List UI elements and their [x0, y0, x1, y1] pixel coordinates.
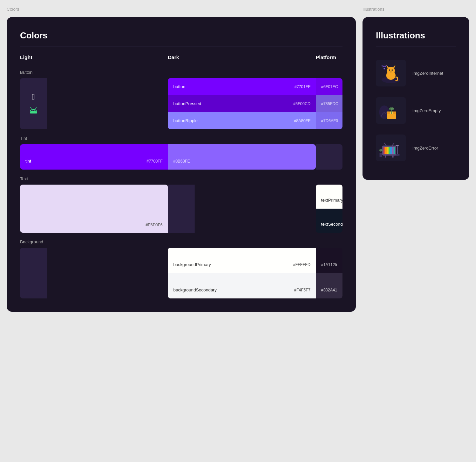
svg-rect-30 — [394, 147, 395, 154]
bgsecondary-light-cell: backgroundSecondary #F4F5F7 — [168, 273, 316, 298]
textprimary-light-name: textPrimary — [321, 198, 342, 203]
bgsecondary-dark-hex: #332A41 — [321, 288, 337, 292]
buttonripple-light-name: buttonRipple — [173, 118, 198, 123]
button-light-hex: #7701FF — [294, 84, 310, 89]
textprimary-light-cell: textPrimary #FFFFFC — [316, 185, 342, 209]
svg-rect-29 — [392, 147, 394, 154]
svg-marker-11 — [393, 65, 396, 68]
illustrations-section-label: Illustrations — [363, 7, 469, 12]
illus-name-error: imgZeroError — [413, 146, 438, 151]
svg-line-2 — [30, 107, 31, 108]
col-header-platform: Platform — [316, 54, 342, 63]
button-light-cell: button #7701FF — [168, 78, 316, 95]
button-color-grid: button #7701FF #6F01EC  — [20, 78, 342, 129]
svg-rect-32 — [392, 156, 394, 158]
svg-point-9 — [387, 67, 395, 75]
tint-light-cell: tint #7700FF — [20, 144, 168, 170]
button-section-label: Button — [20, 70, 342, 75]
column-headers: Light Dark Platform — [20, 54, 342, 63]
illus-item-empty: imgZeroEmpty — [376, 92, 456, 129]
text-color-grid: textPrimary #FFFFFC #E6D9F6 textSecondar… — [20, 185, 342, 233]
button-dark-hex: #6F01EC — [321, 84, 338, 89]
svg-rect-25 — [385, 147, 387, 154]
textprimary-dark-hex: #E6D9F6 — [146, 223, 163, 227]
illus-thumb-internet — [376, 60, 406, 86]
svg-rect-27 — [389, 147, 390, 154]
apple-icon:  — [32, 93, 35, 101]
tint-section-label: Tint — [20, 136, 342, 141]
colors-title: Colors — [20, 30, 342, 41]
tint-dark-cell: #8B63FE — [168, 144, 316, 170]
svg-point-12 — [389, 69, 390, 71]
buttonripple-light-hex: #8A80FF — [294, 119, 310, 123]
button-platform-row1:  — [20, 78, 47, 129]
illus-item-error: imgZeroError — [376, 129, 456, 167]
svg-rect-35 — [380, 153, 382, 157]
bgsecondary-dark-cell: #332A41 — [316, 273, 342, 298]
bgsecondary-light-name: backgroundSecondary — [173, 287, 217, 292]
svg-point-13 — [392, 69, 393, 71]
buttonpressed-light-name: buttonPressed — [173, 101, 201, 106]
illus-thumb-empty — [376, 97, 406, 124]
android-icon — [29, 107, 37, 114]
tint-color-grid: tint #7700FF #8B63FE — [20, 144, 342, 170]
buttonripple-light-cell: buttonRipple #8A80FF — [168, 112, 316, 129]
bgprimary-dark-hex: #1A1125 — [321, 262, 337, 267]
bgprimary-dark-cell: #1A1125 — [316, 248, 342, 273]
illus-item-internet: imgZeroInternet — [376, 54, 456, 92]
svg-rect-31 — [385, 156, 386, 158]
tint-light-hex: #7700FF — [147, 159, 163, 164]
bgsecondary-light-hex: #F4F5F7 — [294, 288, 310, 292]
buttonpressed-light-cell: buttonPressed #5F00CD — [168, 95, 316, 112]
svg-point-0 — [32, 110, 32, 110]
button-light-name: button — [173, 84, 185, 89]
bgprimary-light-hex: #FFFFFD — [293, 262, 310, 267]
tint-platform-col — [316, 144, 342, 170]
button-dark-cell: #6F01EC — [316, 78, 342, 95]
background-section-label: Background — [20, 239, 342, 244]
svg-line-3 — [35, 107, 36, 108]
svg-point-14 — [384, 68, 385, 69]
bg-platform-col — [20, 248, 47, 298]
svg-rect-24 — [384, 147, 385, 154]
svg-line-33 — [384, 143, 386, 146]
buttonpressed-light-hex: #5F00CD — [293, 101, 310, 106]
text-section-label: Text — [20, 176, 342, 181]
svg-line-34 — [392, 143, 394, 146]
bgprimary-light-name: backgroundPrimary — [173, 262, 211, 267]
svg-rect-20 — [397, 146, 398, 155]
illus-name-internet: imgZeroInternet — [413, 71, 443, 76]
svg-rect-28 — [390, 147, 392, 154]
illustrations-panel: Illustrations — [363, 17, 469, 180]
buttonpressed-dark-cell: #785FDC — [316, 95, 342, 112]
svg-rect-26 — [387, 147, 389, 154]
textprimary-dark-cell: #E6D9F6 — [20, 185, 168, 233]
text-platform-col — [168, 185, 195, 233]
textsecondary-light-cell: textSecondary #101828 — [316, 209, 342, 233]
textsecondary-light-name: textSecondary — [321, 222, 342, 227]
illustrations-title: Illustrations — [376, 30, 456, 41]
illus-thumb-error — [376, 135, 406, 161]
bgprimary-light-cell: backgroundPrimary #FFFFFD — [168, 248, 316, 273]
col-header-light: Light — [20, 54, 168, 63]
colors-section-label: Colors — [7, 7, 356, 12]
buttonripple-dark-hex: #7D6AF0 — [321, 119, 338, 123]
illus-name-empty: imgZeroEmpty — [413, 108, 441, 113]
tint-light-name: tint — [25, 159, 31, 164]
background-color-grid: backgroundPrimary #FFFFFD #1A1125 backgr… — [20, 248, 342, 298]
svg-marker-10 — [386, 65, 389, 68]
tint-dark-hex: #8B63FE — [173, 159, 190, 164]
svg-rect-6 — [31, 111, 36, 113]
colors-panel: Colors Light Dark Platform Button button… — [7, 17, 356, 312]
buttonpressed-dark-hex: #785FDC — [321, 101, 338, 106]
buttonripple-dark-cell: #7D6AF0 — [316, 112, 342, 129]
svg-point-1 — [34, 110, 35, 110]
col-header-dark: Dark — [168, 54, 316, 63]
